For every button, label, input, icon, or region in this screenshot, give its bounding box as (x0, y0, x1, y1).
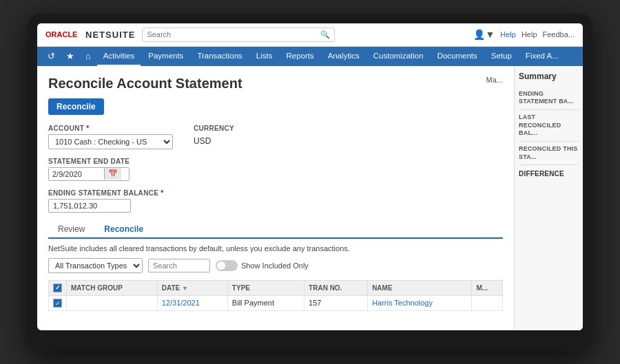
currency-value: USD (194, 134, 234, 146)
nav-item-documents[interactable]: Documents (431, 47, 484, 66)
statement-end-date-label: STATEMENT END DATE (48, 158, 130, 165)
nav-item-setup[interactable]: Setup (485, 47, 518, 66)
filter-row: All Transaction Types Show Included Only (48, 258, 503, 273)
toggle-label: Show Included Only (241, 261, 309, 270)
nav-item-lists[interactable]: Lists (250, 47, 279, 66)
nav-item-analytics[interactable]: Analytics (322, 47, 366, 66)
laptop-frame: ORACLE NETSUITE 🔍 👤▼ Help Help Feedba...… (28, 14, 592, 351)
account-required-star: * (84, 125, 89, 132)
show-included-toggle[interactable] (216, 260, 238, 271)
table-header: ✓ MATCH GROUP DATE ▼ TYPE TRAN NO. NAME … (49, 280, 503, 295)
nav-item-reports[interactable]: Reports (280, 47, 320, 66)
account-group: ACCOUNT * 1010 Cash : Checking - US (48, 125, 173, 149)
ending-balance-input[interactable] (48, 199, 131, 213)
logo-oracle: ORACLE (45, 30, 77, 39)
row-checkbox-cell: ✓ (49, 295, 67, 311)
date-sort-icon: ▼ (182, 285, 188, 292)
table-body: ✓ 12/31/2021 Bill Payment 157 Harris Tec… (49, 295, 503, 311)
row-extra (472, 295, 503, 311)
form-section-2: STATEMENT END DATE 📅 (48, 158, 503, 181)
page-top-right: Ma... (486, 76, 503, 84)
account-select[interactable]: 1010 Cash : Checking - US (48, 134, 173, 149)
summary-reconciled-this: RECONCILED THIS STA... (519, 142, 579, 165)
help-label[interactable]: Help (521, 30, 537, 39)
page-title: Reconcile Account Statement (48, 76, 242, 92)
currency-group: CURRENCY USD (194, 125, 234, 149)
ending-balance-required-star: * (158, 189, 163, 197)
nav-item-fixed-assets[interactable]: Fixed A... (519, 47, 565, 66)
top-bar-right: 👤▼ Help Help Feedba... (473, 29, 575, 40)
search-bar[interactable]: 🔍 (142, 28, 335, 42)
toggle-wrap: Show Included Only (216, 260, 309, 271)
row-name[interactable]: Harris Technology (368, 295, 472, 311)
th-type: TYPE (227, 280, 304, 295)
row-tran-no: 157 (304, 295, 368, 311)
row-match-group (67, 295, 158, 311)
summary-title: Summary (519, 72, 579, 81)
ending-balance-group: ENDING STATEMENT BALANCE * (48, 189, 163, 213)
search-input[interactable] (147, 30, 320, 39)
nav-item-customization[interactable]: Customization (367, 47, 430, 66)
toggle-knob (217, 261, 225, 270)
nav-item-transactions[interactable]: Transactions (191, 47, 248, 66)
reconcile-button[interactable]: Reconcile (48, 98, 104, 115)
row-type: Bill Payment (227, 295, 304, 311)
calendar-icon[interactable]: 📅 (104, 168, 121, 180)
date-input-wrap: 📅 (48, 167, 130, 181)
form-section-3: ENDING STATEMENT BALANCE * (48, 189, 503, 213)
nav-bar: ↺ ★ ⌂ Activities Payments Transactions L… (37, 47, 583, 66)
table-header-row: ✓ MATCH GROUP DATE ▼ TYPE TRAN NO. NAME … (49, 280, 503, 295)
th-name: NAME (368, 280, 472, 295)
tabs-row: Review Reconcile (48, 221, 503, 239)
th-extra: M... (472, 280, 503, 295)
tab-reconcile[interactable]: Reconcile (94, 221, 153, 239)
main-content: Reconcile Account Statement Ma... Reconc… (37, 66, 583, 330)
feedback-label[interactable]: Feedba... (543, 30, 575, 39)
summary-ending-balance: ENDING STATEMENT BA... (519, 87, 579, 110)
th-match-group: MATCH GROUP (67, 280, 158, 295)
page-title-row: Reconcile Account Statement Ma... (48, 76, 503, 92)
info-text: NetSuite includes all cleared transactio… (48, 244, 503, 253)
favorites-icon[interactable]: ★ (61, 47, 79, 65)
content-area: Reconcile Account Statement Ma... Reconc… (37, 66, 514, 330)
statement-end-date-group: STATEMENT END DATE 📅 (48, 158, 130, 181)
home-icon[interactable]: ⌂ (81, 47, 96, 65)
filter-search-input[interactable] (148, 259, 210, 272)
select-all-checkbox[interactable]: ✓ (53, 283, 62, 292)
account-label: ACCOUNT * (48, 125, 173, 132)
row-checkbox[interactable]: ✓ (53, 299, 62, 308)
date-input[interactable] (49, 168, 104, 180)
currency-label: CURRENCY (194, 125, 234, 132)
summary-last-reconciled: LAST RECONCILED BAL... (519, 110, 579, 142)
user-icon[interactable]: 👤▼ (473, 29, 495, 40)
nav-item-payments[interactable]: Payments (142, 47, 189, 66)
history-icon[interactable]: ↺ (43, 47, 60, 65)
table-row: ✓ 12/31/2021 Bill Payment 157 Harris Tec… (49, 295, 503, 311)
logo-netsuite: NETSUITE (85, 30, 135, 40)
th-checkbox: ✓ (49, 280, 67, 295)
row-date: 12/31/2021 (157, 295, 227, 311)
nav-item-activities[interactable]: Activities (97, 47, 141, 66)
tab-review[interactable]: Review (48, 221, 94, 239)
help-link[interactable]: Help (500, 30, 516, 39)
laptop-screen: ORACLE NETSUITE 🔍 👤▼ Help Help Feedba...… (37, 23, 583, 330)
harris-technology-link[interactable]: Harris Technology (372, 299, 433, 307)
form-section: ACCOUNT * 1010 Cash : Checking - US CURR… (48, 125, 503, 149)
summary-difference: DIFFERENCE (519, 165, 579, 182)
type-filter-select[interactable]: All Transaction Types (48, 258, 143, 273)
th-date[interactable]: DATE ▼ (157, 280, 227, 295)
logo: ORACLE NETSUITE (45, 30, 135, 40)
top-bar: ORACLE NETSUITE 🔍 👤▼ Help Help Feedba... (37, 23, 583, 47)
search-icon: 🔍 (320, 30, 330, 39)
transactions-table: ✓ MATCH GROUP DATE ▼ TYPE TRAN NO. NAME … (48, 280, 503, 312)
th-tran-no: TRAN NO. (304, 280, 368, 295)
ending-balance-label: ENDING STATEMENT BALANCE * (48, 189, 163, 197)
summary-panel: Summary ENDING STATEMENT BA... LAST RECO… (514, 66, 583, 330)
